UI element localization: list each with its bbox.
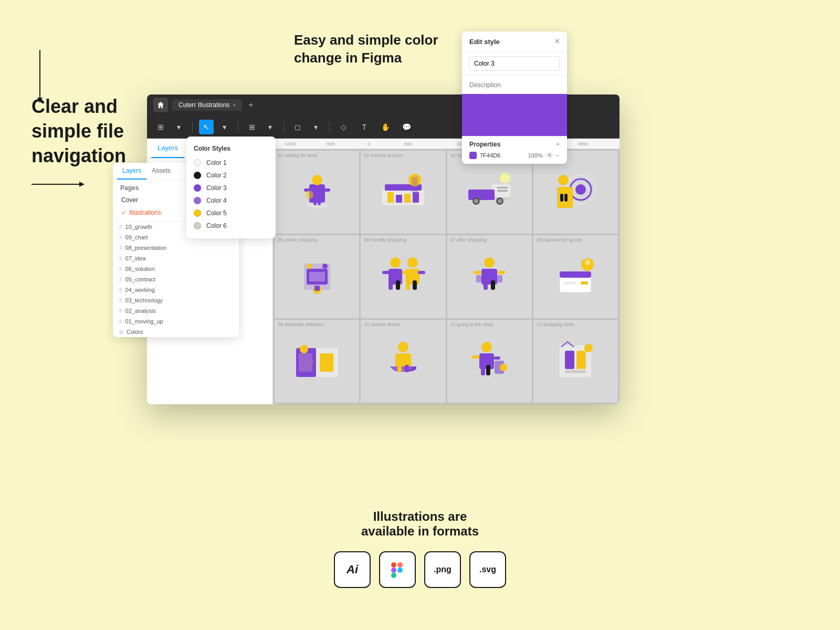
arrow-line bbox=[32, 184, 84, 185]
svg-rect-49 bbox=[413, 280, 417, 290]
figma-canvas[interactable]: -1000 -500 0 500 1000 1500 4000 01 waiti… bbox=[273, 139, 620, 404]
svg-point-28 bbox=[575, 184, 586, 195]
svg-point-93 bbox=[397, 568, 403, 573]
tab-add-icon[interactable]: + bbox=[248, 100, 253, 110]
svg-rect-70 bbox=[320, 353, 333, 372]
svg-rect-57 bbox=[476, 275, 481, 282]
esp-hex-value: 7F44D6 bbox=[480, 152, 525, 159]
format-ai-badge: Ai bbox=[334, 551, 371, 588]
esp-description-input[interactable] bbox=[469, 81, 560, 89]
svg-point-76 bbox=[481, 342, 492, 352]
lp-tab-assets[interactable]: Assets bbox=[146, 163, 176, 180]
lp-layer-03[interactable]: #03_technology bbox=[113, 295, 239, 306]
svg-point-83 bbox=[500, 364, 507, 371]
canvas-cell-11: 11 going to the shop bbox=[447, 320, 532, 403]
canvas-cell-1: 01 waiting for work bbox=[275, 151, 359, 234]
svg-rect-58 bbox=[497, 275, 502, 282]
home-icon[interactable] bbox=[153, 98, 168, 112]
svg-rect-4 bbox=[318, 197, 321, 205]
toolbar-grid-icon[interactable]: ⊞ bbox=[153, 120, 168, 134]
annotation-arrow bbox=[39, 50, 40, 102]
svg-rect-61 bbox=[563, 281, 576, 285]
illustration-9 bbox=[291, 338, 343, 385]
color-style-2[interactable]: Color 2 bbox=[186, 169, 276, 182]
toolbar-divider-3 bbox=[284, 122, 284, 132]
lp-layer-02[interactable]: #02_analysis bbox=[113, 306, 239, 316]
esp-name-input-wrapper bbox=[462, 52, 567, 76]
toolbar-cursor-icon[interactable]: ↖ bbox=[199, 120, 214, 134]
lp-layer-04[interactable]: #04_working bbox=[113, 285, 239, 295]
svg-rect-86 bbox=[576, 351, 586, 369]
esp-prop-row: 7F44D6 100% 👁 − bbox=[469, 151, 560, 160]
canvas-cell-8: 08 payment for goods bbox=[533, 235, 618, 318]
svg-rect-37 bbox=[314, 286, 320, 291]
svg-rect-32 bbox=[564, 194, 568, 202]
color-label-5: Color 5 bbox=[206, 209, 227, 217]
illustration-6 bbox=[377, 253, 429, 300]
svg-rect-78 bbox=[481, 365, 485, 375]
svg-rect-60 bbox=[560, 271, 591, 278]
cell-label-11: 11 going to the shop bbox=[450, 322, 494, 327]
lp-layer-05[interactable]: #05_contract bbox=[113, 274, 239, 285]
esp-visibility-icon[interactable]: 👁 bbox=[546, 151, 553, 160]
svg-rect-15 bbox=[412, 177, 418, 193]
esp-name-input[interactable] bbox=[469, 56, 560, 71]
hash-icon: # bbox=[119, 256, 122, 261]
illustration-7 bbox=[466, 253, 513, 300]
svg-point-2 bbox=[312, 175, 322, 185]
esp-action-icons: 👁 − bbox=[546, 151, 560, 160]
toolbar-dropdown-2[interactable]: ▾ bbox=[217, 120, 232, 134]
toolbar-text-icon[interactable]: T bbox=[357, 120, 372, 134]
toolbar-dropdown-4[interactable]: ▾ bbox=[308, 120, 323, 134]
lp-tab-layers[interactable]: Layers bbox=[117, 163, 146, 180]
svg-rect-53 bbox=[484, 280, 488, 290]
esp-color-dot bbox=[469, 152, 477, 159]
color-style-4[interactable]: Color 4 bbox=[186, 194, 276, 207]
lp-layer-07[interactable]: #07_idea bbox=[113, 253, 239, 264]
svg-rect-91 bbox=[391, 568, 396, 573]
toolbar-hand-icon[interactable]: ✋ bbox=[378, 120, 393, 134]
svg-rect-13 bbox=[413, 192, 419, 203]
illustration-5 bbox=[293, 253, 341, 300]
color-style-6[interactable]: Color 6 bbox=[186, 219, 276, 232]
bottom-section: Illustrations areavailable in formats Ai… bbox=[0, 509, 840, 588]
color-style-1[interactable]: Color 1 bbox=[186, 156, 276, 169]
toolbar-divider-2 bbox=[238, 122, 238, 132]
color-style-5[interactable]: Color 5 bbox=[186, 207, 276, 219]
esp-color-preview bbox=[462, 94, 567, 136]
esp-properties-header: Properties + bbox=[469, 141, 560, 148]
cell-label-9: 09 wardrobe selection bbox=[278, 322, 324, 327]
figma-tab[interactable]: Cuterr Illustrations × bbox=[172, 99, 242, 111]
toolbar-dropdown-3[interactable]: ▾ bbox=[262, 120, 277, 134]
toolbar-frame-icon[interactable]: ⊞ bbox=[245, 120, 259, 134]
lp-layer-01[interactable]: #01_moving_up bbox=[113, 316, 239, 327]
svg-rect-79 bbox=[486, 365, 490, 375]
canvas-cell-5: 05 online shopping bbox=[275, 235, 359, 318]
color-swatch-2 bbox=[194, 172, 201, 179]
svg-point-71 bbox=[300, 345, 308, 353]
svg-rect-6 bbox=[324, 188, 330, 192]
svg-rect-50 bbox=[418, 271, 425, 274]
cell-label-8: 08 payment for goods bbox=[537, 237, 582, 243]
esp-add-icon[interactable]: + bbox=[556, 141, 560, 148]
tab-close-icon[interactable]: × bbox=[233, 102, 236, 108]
lp-layer-colors[interactable]: ⊞Colors bbox=[113, 327, 239, 337]
svg-rect-3 bbox=[313, 197, 317, 205]
toolbar-comment-icon[interactable]: 💬 bbox=[399, 120, 414, 134]
svg-rect-54 bbox=[491, 280, 495, 290]
lp-layer-06[interactable]: #06_solution bbox=[113, 264, 239, 274]
color-style-3[interactable]: Color 3 bbox=[186, 182, 276, 194]
toolbar-dropdown-icon[interactable]: ▾ bbox=[171, 120, 186, 134]
esp-minus-icon[interactable]: − bbox=[555, 151, 560, 160]
illustration-3 bbox=[466, 169, 513, 216]
ruler-500: 500 bbox=[404, 141, 412, 146]
toolbar-shape-icon[interactable]: ◻ bbox=[290, 120, 305, 134]
hash-icon: # bbox=[119, 224, 122, 230]
svg-point-0 bbox=[307, 202, 328, 208]
lp-layer-08[interactable]: #08_presentation bbox=[113, 243, 239, 253]
toolbar-pen-icon[interactable]: ◇ bbox=[336, 120, 351, 134]
tab-layers[interactable]: Layers bbox=[151, 139, 184, 158]
ruler-neg500: -500 bbox=[326, 141, 335, 146]
esp-close-button[interactable]: × bbox=[555, 37, 560, 46]
color-label-2: Color 2 bbox=[206, 172, 227, 179]
